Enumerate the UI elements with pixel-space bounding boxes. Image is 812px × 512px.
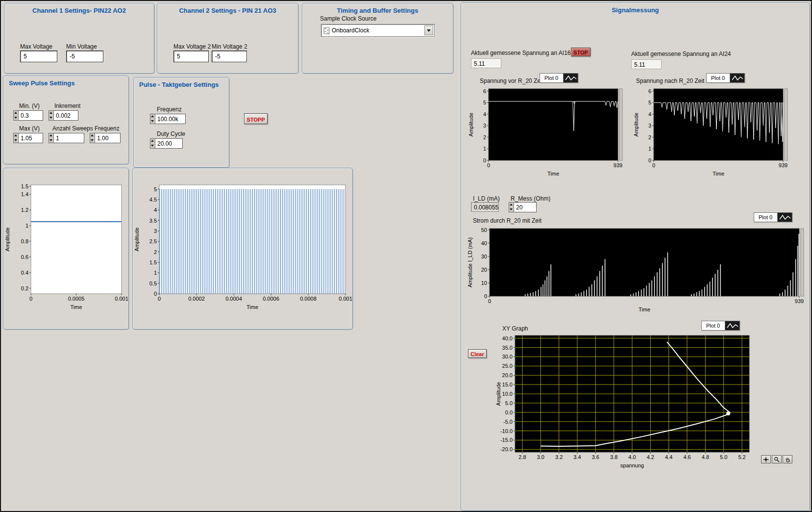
min-voltage2-field[interactable]: -5 (212, 51, 247, 62)
svg-text:0: 0 (158, 296, 161, 302)
anzahl-sweeps-control[interactable]: 1 (49, 133, 84, 143)
vor-plot-legend[interactable]: Plot 0 (540, 73, 578, 83)
inkrement-value[interactable]: 0.002 (54, 110, 78, 121)
min-voltage-label: Min Voltage (66, 43, 97, 50)
stopp-button[interactable]: STOPP (244, 113, 268, 124)
pan-hand-tool-icon[interactable] (783, 455, 792, 463)
svg-text:0.001: 0.001 (339, 296, 352, 302)
svg-text:25.0: 25.0 (502, 363, 513, 369)
svg-text:3: 3 (483, 123, 486, 128)
svg-text:2.5: 2.5 (149, 238, 157, 244)
spinner-arrows-icon[interactable] (49, 110, 54, 121)
svg-text:1: 1 (154, 270, 157, 276)
duty-cycle-control[interactable]: 20.00 (150, 138, 183, 149)
sample-clock-combo[interactable]: OnboardClock (321, 24, 435, 37)
svg-text:0.2: 0.2 (21, 285, 28, 291)
svg-text:0: 0 (154, 291, 157, 297)
xy-plot-legend[interactable]: Plot 0 (701, 321, 740, 331)
sweep-title: Sweep Pulse Settings (9, 79, 74, 87)
svg-text:30.0: 30.0 (502, 354, 513, 359)
anzahl-sweeps-label: Anzahl Sweeps (52, 125, 93, 132)
panel-channel1: Channel 1 Settings- PIN22 AO2 Max Voltag… (4, 3, 154, 74)
ai24-value-indicator: 5.11 (631, 59, 662, 69)
svg-text:40: 40 (481, 240, 487, 246)
svg-text:2: 2 (483, 134, 486, 140)
signalmessung-title: Signalmessung (461, 6, 810, 14)
pulse-frequenz-value[interactable]: 100.00k (155, 114, 186, 124)
frequenz-label: Frequenz (95, 125, 120, 132)
svg-text:10.0: 10.0 (502, 391, 513, 397)
max-v-control[interactable]: 1.05 (13, 133, 43, 143)
min-voltage2-label: Min Voltage 2 (212, 43, 247, 50)
svg-text:939: 939 (614, 162, 622, 168)
svg-text:Time: Time (547, 171, 559, 177)
frequenz-control[interactable]: 1.00 (90, 133, 121, 143)
anzahl-sweeps-value[interactable]: 1 (54, 133, 84, 143)
svg-text:0.0005: 0.0005 (68, 296, 85, 302)
svg-text:3.8: 3.8 (610, 454, 617, 460)
strom-plot-legend[interactable]: Plot 0 (754, 212, 792, 222)
panel-sweep-graph: 00.00050.0010.20.40.60.811.21.41.5TimeAm… (3, 168, 129, 330)
svg-text:4: 4 (154, 207, 157, 213)
dropdown-arrow-icon[interactable] (424, 26, 433, 35)
pulse-frequenz-label: Frequenz (157, 106, 182, 113)
spinner-arrows-icon[interactable] (150, 114, 155, 124)
max-v-value[interactable]: 1.05 (19, 133, 43, 143)
xy-graph-title: XY Graph (502, 325, 528, 332)
panel-signalmessung: Signalmessung Aktuell gemessene Spannung… (461, 2, 810, 511)
rmess-label: R_Mess (Ohm) (511, 195, 550, 202)
min-v-control[interactable]: 0.3 (13, 110, 43, 121)
svg-text:15.0: 15.0 (502, 382, 513, 387)
max-voltage2-label: Max Voltage 2 (173, 43, 211, 50)
clear-button[interactable]: Clear (468, 349, 487, 358)
svg-text:0.001: 0.001 (115, 296, 128, 302)
svg-text:0: 0 (29, 296, 32, 302)
spinner-arrows-icon[interactable] (13, 110, 19, 121)
svg-text:Amplitude: Amplitude (468, 113, 474, 137)
plot-line-icon (563, 74, 578, 82)
ild-value-indicator: 0.008055 (471, 202, 499, 212)
max-voltage-field[interactable]: 5 (20, 51, 57, 62)
plot-line-icon (725, 321, 739, 330)
spinner-arrows-icon[interactable] (49, 133, 54, 143)
svg-text:6: 6 (648, 88, 651, 94)
panel-pulse-settings: Pulse - Taktgeber Settings Frequenz 100.… (133, 77, 229, 168)
inkrement-control[interactable]: 0.002 (49, 110, 78, 121)
spinner-arrows-icon[interactable] (13, 133, 19, 143)
crosshair-tool-icon[interactable] (761, 455, 771, 463)
pulse-frequenz-control[interactable]: 100.00k (150, 114, 186, 124)
frequenz-value[interactable]: 1.00 (95, 133, 121, 143)
strom-waveform-chart: 093901020304050TimeAmplitude I_LD (mA) (466, 224, 809, 320)
svg-text:Amplitude: Amplitude (633, 113, 639, 137)
io-terminal-icon (323, 27, 330, 34)
svg-text:3.6: 3.6 (592, 454, 599, 460)
svg-text:1.2: 1.2 (21, 207, 28, 213)
svg-text:0.4: 0.4 (21, 270, 28, 276)
svg-text:35.0: 35.0 (502, 345, 513, 351)
max-voltage-label: Max Voltage (20, 43, 52, 50)
svg-text:0.0004: 0.0004 (225, 296, 242, 302)
pulse-title: Pulse - Taktgeber Settings (139, 81, 219, 88)
stop-button[interactable]: STOP (571, 48, 591, 56)
ai24-label: Aktuell gemessene Spannung an AI24 (631, 51, 731, 57)
svg-text:1: 1 (483, 146, 486, 152)
svg-text:0: 0 (484, 293, 487, 299)
spinner-arrows-icon[interactable] (150, 138, 155, 149)
rmess-control[interactable]: 20 (509, 202, 537, 212)
panel-timing: Timing and Buffer Settings Sample Clock … (302, 3, 453, 74)
svg-text:10: 10 (481, 280, 487, 286)
vor-waveform-chart: 09390123456TimeAmplitude (467, 84, 625, 183)
duty-cycle-value[interactable]: 20.00 (155, 138, 183, 149)
rmess-value[interactable]: 20 (514, 202, 537, 212)
min-v-value[interactable]: 0.3 (19, 110, 43, 121)
nach-plot-legend[interactable]: Plot 0 (706, 73, 745, 83)
svg-text:-10.0: -10.0 (500, 428, 513, 434)
spinner-arrows-icon[interactable] (509, 202, 514, 212)
svg-text:5: 5 (154, 186, 157, 192)
min-voltage-field[interactable]: -5 (66, 51, 103, 62)
spinner-arrows-icon[interactable] (90, 133, 95, 143)
zoom-tool-icon[interactable] (772, 455, 782, 463)
ai16-label: Aktuell gemessene Spannung an AI16 (471, 50, 570, 56)
max-voltage2-field[interactable]: 5 (173, 51, 209, 62)
channel2-title: Channel 2 Settings - PIN 21 AO3 (157, 7, 298, 14)
